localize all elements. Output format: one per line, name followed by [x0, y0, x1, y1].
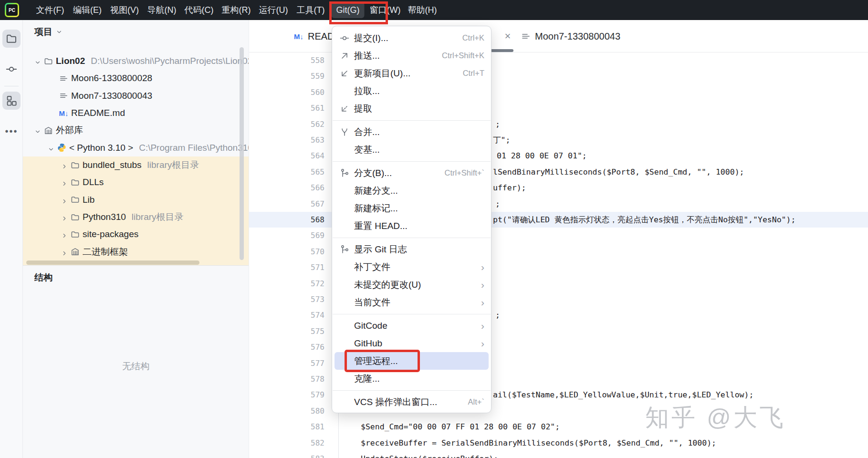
code-line-583[interactable]: 583UpdateStatus($receiveBuffer);: [249, 451, 868, 458]
menubar-item-10[interactable]: 帮助(H): [403, 0, 442, 20]
tree-item-python3.10[interactable]: < Python 3.10 >C:\Program Files\Python31…: [23, 139, 249, 156]
folder-icon: [71, 230, 80, 239]
tree-item-lion02[interactable]: Lion02D:\Users\woshi\PycharmProjects\Lio…: [23, 52, 249, 70]
left-toolbar: •••: [0, 20, 23, 458]
structure-panel: 结构 无结构: [23, 265, 249, 458]
git-menu-item-推送[interactable]: 推送...Ctrl+Shift+K: [332, 47, 491, 64]
tree-item-label: Python310: [83, 212, 126, 222]
line-number: 572: [277, 276, 324, 291]
git-menu-item-合并[interactable]: 合并...: [332, 123, 491, 141]
code-line-582[interactable]: 582$receiveBuffer = SerialSendBinaryMill…: [249, 435, 868, 451]
menubar-item-5[interactable]: 重构(R): [217, 0, 256, 20]
structure-panel-header[interactable]: 结构: [34, 271, 52, 284]
code-text: ;: [495, 196, 500, 212]
line-number: 581: [277, 419, 324, 435]
git-menu-item-github[interactable]: GitHub›: [332, 334, 491, 352]
commit-icon[interactable]: [2, 60, 21, 78]
structure-icon[interactable]: [2, 92, 21, 110]
tree-item-外部库[interactable]: 外部库: [23, 122, 249, 139]
chevron-right-icon[interactable]: [61, 249, 68, 255]
git-menu-item-未提交的更改u[interactable]: 未提交的更改(U)›: [332, 276, 491, 293]
git-menu-item-gitcode[interactable]: GitCode›: [332, 317, 491, 334]
menu-item-label: 拉取...: [350, 85, 484, 97]
tree-item-moon7-1330800043[interactable]: Moon7-1330800043: [23, 87, 249, 104]
chevron-right-icon[interactable]: [61, 162, 68, 168]
project-vertical-scrollbar[interactable]: [240, 47, 244, 260]
menu-item-shortcut: Ctrl+T: [463, 69, 484, 78]
watermark: 知乎 @大飞: [645, 402, 786, 434]
menu-separator: [333, 390, 491, 391]
menubar-item-3[interactable]: 导航(N): [143, 0, 181, 20]
tree-item-bundled_stubs[interactable]: bundled_stubslibrary根目录: [23, 156, 249, 174]
tree-item-label: site-packages: [83, 229, 138, 239]
menubar-item-7[interactable]: 工具(T): [292, 0, 330, 20]
git-menu-item-新建标记[interactable]: 新建标记...: [332, 199, 491, 217]
project-folder-icon[interactable]: [2, 30, 21, 48]
chevron-down-icon[interactable]: [34, 127, 41, 134]
menubar-item-4[interactable]: 代码(C): [180, 0, 219, 20]
chevron-right-icon[interactable]: [61, 179, 68, 186]
tab-close-icon[interactable]: ×: [501, 20, 515, 52]
tree-item-lib[interactable]: Lib: [23, 191, 249, 208]
git-menu-item-克隆[interactable]: 克隆...: [332, 370, 491, 387]
git-menu-item-当前文件[interactable]: 当前文件›: [332, 293, 491, 311]
menu-item-label: 合并...: [350, 126, 484, 138]
git-menu-item-新建分支[interactable]: 新建分支...: [332, 182, 491, 199]
tree-item-readme.md[interactable]: M↓README.md: [23, 104, 249, 122]
tree-item-path: D:\Users\woshi\PycharmProjects\Lion02: [91, 56, 249, 66]
library-icon: [71, 247, 80, 256]
tree-item-dlls[interactable]: DLLs: [23, 174, 249, 191]
git-menu-item-管理远程[interactable]: 管理远程...: [335, 352, 489, 370]
code-text: ;: [495, 307, 500, 323]
merge-icon: [340, 127, 350, 137]
line-number: 562: [277, 116, 324, 132]
chevron-right-icon[interactable]: [61, 197, 68, 203]
project-horizontal-scrollbar[interactable]: [26, 260, 199, 265]
markdown-icon: M↓: [294, 32, 303, 41]
chevron-down-icon[interactable]: [48, 145, 54, 151]
menubar-item-1[interactable]: 编辑(E): [68, 0, 106, 20]
tab-moon7[interactable]: Moon7-1330800043: [521, 20, 620, 52]
menu-item-label: 未提交的更改(U): [350, 279, 481, 291]
submenu-arrow-icon: ›: [481, 297, 484, 307]
git-menu-item-更新项目u[interactable]: 更新项目(U)...Ctrl+T: [332, 64, 491, 82]
project-panel-title: 项目: [34, 26, 52, 38]
menu-item-label: GitHub: [350, 338, 481, 349]
git-menu-item-提取[interactable]: 提取: [332, 100, 491, 117]
code-text: $receiveBuffer = SerialSendBinaryMillise…: [361, 435, 716, 451]
menubar-item-0[interactable]: 文件(F): [31, 0, 69, 20]
folder-icon: [71, 178, 80, 187]
submenu-arrow-icon: ›: [481, 280, 484, 290]
git-menu-item-vcs操作弹出窗口[interactable]: VCS 操作弹出窗口...Alt+`: [332, 393, 491, 411]
menubar-item-6[interactable]: 运行(U): [254, 0, 293, 20]
git-menu-item-拉取[interactable]: 拉取...: [332, 82, 491, 100]
git-menu-item-分支b[interactable]: 分支(B)...Ctrl+Shift+`: [332, 164, 491, 182]
menu-item-label: 变基...: [350, 144, 484, 156]
menu-item-label: 新建分支...: [350, 185, 484, 197]
chevron-right-icon[interactable]: [61, 214, 68, 220]
git-menu-item-重置head[interactable]: 重置 HEAD...: [332, 217, 491, 235]
menubar-item-9[interactable]: 窗口(W): [365, 0, 406, 20]
git-menu-item-提交i[interactable]: 提交(I)...Ctrl+K: [332, 29, 491, 47]
tree-item-二进制框架[interactable]: 二进制框架: [23, 243, 249, 260]
tree-item-label: 外部库: [56, 124, 83, 136]
chevron-down-icon[interactable]: [34, 58, 41, 64]
menubar-item-2[interactable]: 视图(V): [105, 0, 144, 20]
tree-item-label: Moon7-1330800043: [71, 91, 152, 101]
arrow-up-right-icon: [340, 51, 350, 61]
chevron-right-icon[interactable]: [61, 231, 68, 238]
line-number: 558: [277, 52, 324, 68]
tree-item-site-packages[interactable]: site-packages: [23, 226, 249, 243]
tree-item-moon6-1330800028[interactable]: Moon6-1330800028: [23, 70, 249, 87]
git-menu-item-变基[interactable]: 变基...: [332, 141, 491, 158]
git-menu-item-显示git日志[interactable]: 显示 Git 日志: [332, 240, 491, 258]
project-panel-header[interactable]: 项目: [34, 26, 63, 38]
line-number: 571: [277, 260, 324, 275]
line-number: 582: [277, 435, 324, 451]
menubar-item-git[interactable]: Git(G): [332, 2, 365, 18]
git-menu-item-补丁文件[interactable]: 补丁文件›: [332, 258, 491, 276]
line-number: 570: [277, 244, 324, 260]
tree-item-python310[interactable]: Python310library根目录: [23, 208, 249, 226]
line-number: 574: [277, 307, 324, 323]
more-tool-windows-icon[interactable]: •••: [0, 126, 23, 137]
